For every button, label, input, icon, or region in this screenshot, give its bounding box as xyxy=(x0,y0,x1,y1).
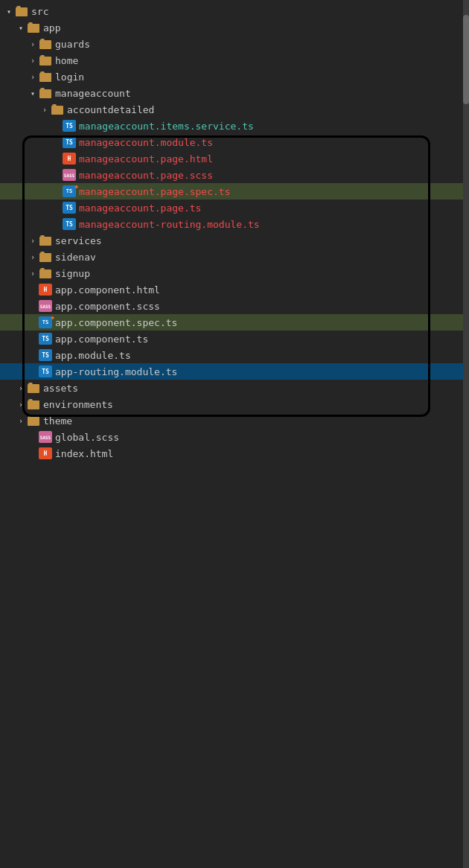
arrow-src xyxy=(3,5,15,17)
tree-item-assets[interactable]: assets xyxy=(0,380,469,396)
label-ma-page-html: manageaccount.page.html xyxy=(79,153,463,165)
ts-icon-5: TS xyxy=(39,333,52,345)
tree-item-manageaccount[interactable]: manageaccount xyxy=(0,85,469,101)
tree-item-home[interactable]: home xyxy=(0,52,469,68)
label-login: login xyxy=(55,71,463,83)
folder-icon-signup xyxy=(39,267,52,279)
label-accountdetailed: accountdetailed xyxy=(67,104,463,115)
tree-item-app-component-scss[interactable]: SASS app.component.scss xyxy=(0,298,469,314)
tree-item-app-component-ts[interactable]: TS app.component.ts xyxy=(0,331,469,347)
tree-item-ma-routing[interactable]: TS manageaccount-routing.module.ts xyxy=(0,216,469,232)
arrow-signup xyxy=(27,267,39,279)
label-ma-page-ts: manageaccount.page.ts xyxy=(79,202,463,214)
label-services: services xyxy=(55,235,463,246)
ts-icon-2: TS xyxy=(63,136,76,148)
label-ma-routing: manageaccount-routing.module.ts xyxy=(79,219,463,230)
tree-item-environments[interactable]: environments xyxy=(0,396,469,412)
html-icon: H xyxy=(63,153,76,165)
folder-icon-app xyxy=(27,22,40,33)
scrollbar[interactable] xyxy=(463,0,469,868)
folder-icon-assets xyxy=(27,382,40,394)
ts-icon-7: TS xyxy=(39,366,52,377)
label-theme: theme xyxy=(43,415,463,427)
tree-item-ma-page-spec[interactable]: TS manageaccount.page.spec.ts xyxy=(0,183,469,200)
folder-icon-src xyxy=(15,5,28,17)
arrow-sidenav xyxy=(27,251,39,263)
ts-icon: TS xyxy=(63,120,76,132)
file-tree: src app guards home xyxy=(0,0,469,465)
label-home: home xyxy=(55,55,463,66)
label-sidenav: sidenav xyxy=(55,252,463,263)
arrow-guards xyxy=(27,38,39,50)
ts-icon-4: TS xyxy=(63,218,76,230)
label-global-scss: global.scss xyxy=(55,432,463,443)
scrollbar-thumb[interactable] xyxy=(463,15,469,104)
tree-item-app-component-html[interactable]: H app.component.html xyxy=(0,281,469,298)
tree-item-app-component-spec[interactable]: TS app.component.spec.ts xyxy=(0,314,469,331)
tree-item-ma-page-ts[interactable]: TS manageaccount.page.ts xyxy=(0,200,469,216)
arrow-login xyxy=(27,71,39,83)
html-icon-3: H xyxy=(39,447,52,459)
tree-item-theme[interactable]: theme xyxy=(0,412,469,429)
tree-item-ma-items-service[interactable]: TS manageaccount.items.service.ts xyxy=(0,118,469,134)
label-assets: assets xyxy=(43,383,463,394)
tree-item-ma-page-scss[interactable]: SASS manageaccount.page.scss xyxy=(0,167,469,183)
label-signup: signup xyxy=(55,268,463,279)
folder-icon-home xyxy=(39,54,52,66)
arrow-accountdetailed xyxy=(39,103,51,115)
label-ma-page-scss: manageaccount.page.scss xyxy=(79,170,463,181)
tree-item-src[interactable]: src xyxy=(0,3,469,19)
arrow-home xyxy=(27,54,39,66)
scss-icon-3: SASS xyxy=(39,431,52,443)
tree-item-app[interactable]: app xyxy=(0,19,469,36)
tree-item-accountdetailed[interactable]: accountdetailed xyxy=(0,101,469,118)
scss-icon-2: SASS xyxy=(39,300,52,312)
label-app-component-spec: app.component.spec.ts xyxy=(55,317,463,328)
tree-item-ma-page-html[interactable]: H manageaccount.page.html xyxy=(0,150,469,167)
arrow-manageaccount xyxy=(27,87,39,99)
tree-item-index-html[interactable]: H index.html xyxy=(0,445,469,462)
label-app-module: app.module.ts xyxy=(55,350,463,361)
folder-icon-accountdetailed xyxy=(51,103,64,115)
tree-item-sidenav[interactable]: sidenav xyxy=(0,249,469,265)
folder-icon-environments xyxy=(27,398,40,410)
folder-icon-theme xyxy=(27,415,40,427)
label-index-html: index.html xyxy=(55,448,463,459)
label-app-component-scss: app.component.scss xyxy=(55,301,463,312)
label-ma-page-spec: manageaccount.page.spec.ts xyxy=(79,186,463,197)
label-app-routing: app-routing.module.ts xyxy=(55,366,463,377)
ts-spec-icon: TS xyxy=(63,185,76,197)
arrow-services xyxy=(27,234,39,246)
label-ma-module: manageaccount.module.ts xyxy=(79,137,463,148)
folder-icon-services xyxy=(39,234,52,246)
folder-icon-manageaccount xyxy=(39,87,52,99)
label-src: src xyxy=(31,6,463,17)
tree-item-guards[interactable]: guards xyxy=(0,36,469,52)
arrow-app xyxy=(15,22,27,33)
ts-icon-3: TS xyxy=(63,202,76,214)
label-app-component-html: app.component.html xyxy=(55,284,463,296)
tree-item-global-scss[interactable]: SASS global.scss xyxy=(0,429,469,445)
label-app: app xyxy=(43,22,463,33)
folder-icon-login xyxy=(39,71,52,83)
tree-item-signup[interactable]: signup xyxy=(0,265,469,281)
folder-icon-sidenav xyxy=(39,251,52,263)
arrow-theme xyxy=(15,415,27,427)
ts-icon-6: TS xyxy=(39,349,52,361)
scss-icon: SASS xyxy=(63,169,76,181)
tree-item-login[interactable]: login xyxy=(0,68,469,85)
arrow-assets xyxy=(15,382,27,394)
tree-item-app-routing[interactable]: TS app-routing.module.ts xyxy=(0,363,469,380)
tree-item-services[interactable]: services xyxy=(0,232,469,249)
label-environments: environments xyxy=(43,399,463,410)
label-manageaccount: manageaccount xyxy=(55,88,463,99)
folder-icon-guards xyxy=(39,38,52,50)
tree-item-ma-module[interactable]: TS manageaccount.module.ts xyxy=(0,134,469,150)
arrow-environments xyxy=(15,398,27,410)
ts-spec-icon-2: TS xyxy=(39,316,52,328)
label-guards: guards xyxy=(55,39,463,50)
html-icon-2: H xyxy=(39,284,52,296)
tree-item-app-module[interactable]: TS app.module.ts xyxy=(0,347,469,363)
label-ma-items-service: manageaccount.items.service.ts xyxy=(79,121,463,132)
label-app-component-ts: app.component.ts xyxy=(55,334,463,345)
